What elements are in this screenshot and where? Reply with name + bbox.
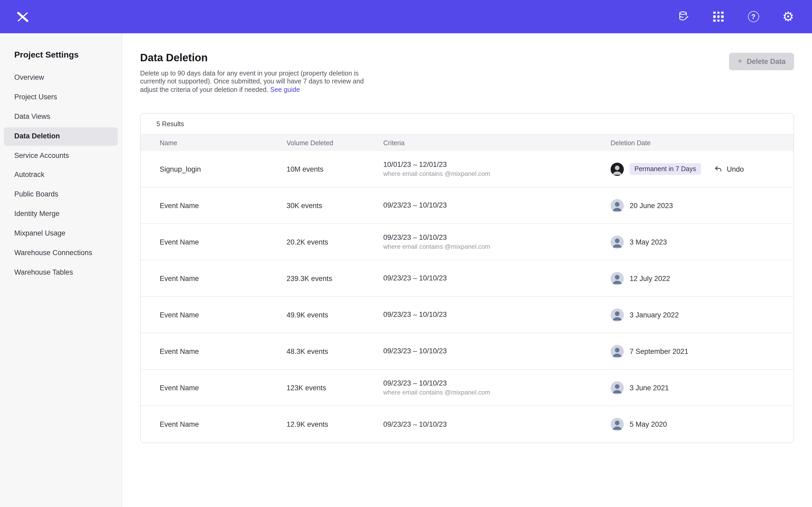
column-header-criteria: Criteria	[383, 139, 611, 147]
undo-button[interactable]: Undo	[713, 165, 744, 173]
avatar	[611, 418, 624, 431]
sidebar-item-autotrack[interactable]: Autotrack	[4, 166, 118, 184]
delete-data-label: Delete Data	[747, 58, 785, 65]
sidebar-item-warehouse-connections[interactable]: Warehouse Connections	[4, 244, 118, 263]
criteria-range: 09/23/23 – 10/10/23	[383, 310, 611, 320]
table-row: Event Name 20.2K events 09/23/23 – 10/10…	[141, 224, 794, 260]
table-row: Event Name 30K events 09/23/23 – 10/10/2…	[141, 187, 794, 224]
deletion-date-text: 20 June 2023	[629, 202, 673, 209]
criteria-range: 09/23/23 – 10/10/23	[383, 347, 611, 356]
mixpanel-logo[interactable]	[15, 9, 31, 24]
results-count: 5 Results	[141, 114, 794, 135]
criteria-subtext: where email contains @mixpanel.com	[383, 243, 611, 251]
table-row: Event Name 123K events 09/23/23 – 10/10/…	[141, 370, 794, 406]
sidebar: Project Settings OverviewProject UsersDa…	[0, 33, 122, 507]
criteria-range: 09/23/23 – 10/10/23	[383, 201, 611, 210]
avatar	[611, 272, 624, 285]
avatar	[611, 235, 624, 248]
row-volume: 48.3K events	[287, 347, 383, 355]
help-icon[interactable]: ?	[747, 10, 760, 23]
criteria-range: 09/23/23 – 10/10/23	[383, 233, 611, 242]
criteria-range: 10/01/23 – 12/01/23	[383, 160, 611, 169]
table-row: Event Name 48.3K events 09/23/23 – 10/10…	[141, 333, 794, 370]
row-volume: 12.9K events	[287, 420, 383, 428]
sidebar-item-warehouse-tables[interactable]: Warehouse Tables	[4, 264, 118, 282]
column-header-volume: Volume Deleted	[287, 139, 383, 147]
row-volume: 49.9K events	[287, 311, 383, 319]
row-criteria: 09/23/23 – 10/10/23 where email contains…	[383, 233, 611, 251]
row-criteria: 09/23/23 – 10/10/23	[383, 201, 611, 210]
page-title-block: Data Deletion Delete up to 90 days data …	[140, 52, 377, 94]
row-deletion-date: 3 January 2022 3 January 2022	[611, 308, 794, 321]
sidebar-item-public-boards[interactable]: Public Boards	[4, 186, 118, 204]
nav-icon-group: ? ⚙	[677, 10, 795, 23]
sidebar-item-service-accounts[interactable]: Service Accounts	[4, 147, 118, 165]
main-content: Data Deletion Delete up to 90 days data …	[122, 33, 812, 507]
criteria-range: 09/23/23 – 10/10/23	[383, 420, 611, 429]
table-row: Event Name 239.3K events 09/23/23 – 10/1…	[141, 260, 794, 297]
row-volume: 10M events	[287, 165, 383, 173]
row-name: Event Name	[160, 274, 287, 282]
criteria-range: 09/23/23 – 10/10/23	[383, 378, 611, 388]
undo-icon	[713, 165, 722, 173]
deletion-date-text: 12 July 2022	[629, 274, 670, 282]
row-criteria: 09/23/23 – 10/10/23	[383, 274, 611, 283]
column-header-name: Name	[160, 139, 287, 147]
settings-gear-icon[interactable]: ⚙	[781, 10, 795, 23]
sidebar-items: OverviewProject UsersData ViewsData Dele…	[0, 69, 121, 282]
avatar	[611, 308, 624, 321]
apps-grid-icon[interactable]	[712, 10, 725, 23]
table-header-row: Name Volume Deleted Criteria Deletion Da…	[141, 135, 794, 151]
criteria-subtext: where email contains @mixpanel.com	[383, 389, 611, 397]
avatar	[611, 162, 624, 176]
row-deletion-date: 3 May 2023 3 May 2023	[611, 235, 794, 248]
status-badge: Permanent in 7 Days	[629, 163, 701, 175]
table-row: Event Name 12.9K events 09/23/23 – 10/10…	[141, 406, 794, 443]
table-row: Signup_login 10M events 10/01/23 – 12/01…	[141, 151, 794, 187]
row-deletion-date: 20 June 2023 20 June 2023	[611, 199, 794, 212]
avatar	[611, 345, 624, 358]
deletion-table-card: 5 Results Name Volume Deleted Criteria D…	[140, 113, 794, 443]
see-guide-link[interactable]: See guide	[270, 86, 300, 94]
avatar	[611, 199, 624, 212]
apps-grid-dots	[713, 12, 724, 22]
page-layout: Project Settings OverviewProject UsersDa…	[0, 33, 812, 507]
table-body: Signup_login 10M events 10/01/23 – 12/01…	[141, 151, 794, 443]
row-criteria: 09/23/23 – 10/10/23	[383, 420, 611, 429]
deletion-date-text: 3 June 2021	[629, 384, 669, 392]
row-criteria: 09/23/23 – 10/10/23	[383, 310, 611, 320]
row-name: Event Name	[160, 202, 287, 209]
row-deletion-date: 12 July 2022 12 July 2022	[611, 272, 794, 285]
row-deletion-date: 3 June 2021 3 June 2021	[611, 381, 794, 394]
undo-label: Undo	[727, 165, 744, 173]
column-header-deletion-date: Deletion Date	[611, 139, 794, 147]
sidebar-item-data-deletion[interactable]: Data Deletion	[4, 127, 118, 146]
data-management-icon[interactable]	[677, 10, 691, 23]
row-name: Event Name	[160, 347, 287, 355]
avatar	[611, 381, 624, 394]
sidebar-item-project-users[interactable]: Project Users	[4, 88, 118, 107]
sidebar-title: Project Settings	[0, 50, 121, 60]
row-name: Event Name	[160, 420, 287, 428]
page-description: Delete up to 90 days data for any event …	[140, 70, 377, 94]
row-criteria: 09/23/23 – 10/10/23 where email contains…	[383, 378, 611, 397]
table-row: Event Name 49.9K events 09/23/23 – 10/10…	[141, 297, 794, 333]
deletion-date-text: 3 May 2023	[629, 238, 667, 246]
delete-data-button[interactable]: + Delete Data	[729, 53, 794, 70]
sidebar-item-data-views[interactable]: Data Views	[4, 108, 118, 126]
row-deletion-date: 7 September 2021 7 September 2021	[611, 345, 794, 358]
sidebar-item-mixpanel-usage[interactable]: Mixpanel Usage	[4, 224, 118, 243]
sidebar-item-identity-merge[interactable]: Identity Merge	[4, 205, 118, 223]
row-deletion-date: Permanent in 7 Days Permanent in 7 Days …	[611, 162, 794, 176]
deletion-date-text: 3 January 2022	[629, 311, 679, 319]
sidebar-item-overview[interactable]: Overview	[4, 69, 118, 87]
row-criteria: 09/23/23 – 10/10/23	[383, 347, 611, 356]
criteria-range: 09/23/23 – 10/10/23	[383, 274, 611, 283]
row-volume: 239.3K events	[287, 274, 383, 282]
gear-glyph: ⚙	[782, 10, 794, 23]
row-deletion-date: 5 May 2020 5 May 2020	[611, 418, 794, 431]
criteria-subtext: where email contains @mixpanel.com	[383, 170, 611, 178]
row-name: Event Name	[160, 238, 287, 246]
row-volume: 30K events	[287, 202, 383, 209]
row-volume: 123K events	[287, 384, 383, 392]
